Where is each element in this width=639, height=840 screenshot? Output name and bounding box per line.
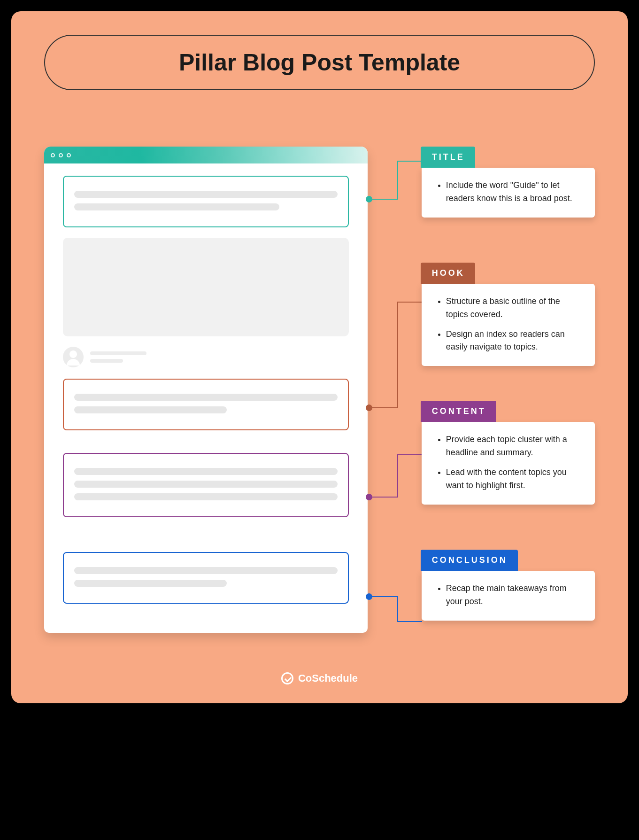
- connector-line: [397, 302, 398, 408]
- callout-column: TITLE Include the word "Guide" to let re…: [422, 147, 595, 639]
- placeholder-line: [90, 359, 123, 363]
- browser-mock: [44, 147, 368, 633]
- wire-image-placeholder: [63, 238, 349, 336]
- callout-card: Recap the main takeaways from your post.: [422, 571, 595, 621]
- wire-hook-box: [63, 379, 349, 430]
- callout-card: Provide each topic cluster with a headli…: [422, 422, 595, 505]
- callout-title: TITLE Include the word "Guide" to let re…: [422, 147, 595, 218]
- window-dot-icon: [59, 153, 63, 157]
- section-tag: HOOK: [421, 263, 475, 284]
- connector-line: [369, 199, 397, 200]
- connector-line: [369, 596, 397, 597]
- bullet: Provide each topic cluster with a headli…: [446, 433, 583, 459]
- section-tag: CONCLUSION: [421, 550, 518, 571]
- browser-column: [44, 147, 368, 633]
- wire-conclusion-box: [63, 552, 349, 604]
- placeholder-line: [74, 580, 227, 587]
- window-dot-icon: [51, 153, 55, 157]
- connector-line: [369, 497, 397, 498]
- footer-brand: CoSchedule: [44, 672, 595, 684]
- placeholder-line: [74, 481, 338, 488]
- connector-line: [397, 161, 422, 162]
- placeholder-line: [74, 406, 227, 413]
- connector-line: [397, 454, 398, 498]
- page-title-pill: Pillar Blog Post Template: [44, 35, 595, 90]
- section-tag: TITLE: [421, 147, 475, 168]
- connector-line: [369, 407, 397, 408]
- connector-line: [397, 596, 398, 621]
- page-title: Pillar Blog Post Template: [69, 49, 570, 76]
- bullet: Recap the main takeaways from your post.: [446, 582, 583, 608]
- infographic-frame: Pillar Blog Post Template: [11, 11, 628, 703]
- bullet: Structure a basic outline of the topics …: [446, 295, 583, 321]
- brand-name: CoSchedule: [298, 672, 358, 684]
- wire-title-box: [63, 176, 349, 227]
- placeholder-line: [74, 394, 338, 401]
- main-layout: TITLE Include the word "Guide" to let re…: [44, 147, 595, 639]
- connector-line: [397, 161, 398, 200]
- avatar-icon: [63, 347, 84, 367]
- author-lines: [90, 351, 146, 363]
- callout-conclusion: CONCLUSION Recap the main takeaways from…: [422, 550, 595, 621]
- wire-author-row: [63, 347, 349, 367]
- window-dot-icon: [67, 153, 71, 157]
- bullet: Lead with the content topics you want to…: [446, 466, 583, 492]
- section-tag: CONTENT: [421, 401, 496, 422]
- bullet: Design an index so readers can easily na…: [446, 328, 583, 354]
- placeholder-line: [74, 191, 338, 198]
- placeholder-line: [74, 567, 338, 574]
- placeholder-line: [90, 351, 146, 355]
- connector-line: [397, 454, 422, 455]
- callout-card: Include the word "Guide" to let readers …: [422, 168, 595, 218]
- placeholder-line: [74, 493, 338, 500]
- browser-titlebar: [44, 147, 368, 163]
- callout-content: CONTENT Provide each topic cluster with …: [422, 401, 595, 505]
- placeholder-line: [74, 203, 279, 210]
- bullet: Include the word "Guide" to let readers …: [446, 179, 583, 205]
- browser-body: [44, 163, 368, 633]
- connector-line: [397, 302, 422, 303]
- callout-hook: HOOK Structure a basic outline of the to…: [422, 263, 595, 366]
- placeholder-line: [74, 468, 338, 475]
- brand-check-icon: [281, 672, 293, 684]
- callout-card: Structure a basic outline of the topics …: [422, 284, 595, 366]
- wire-content-box: [63, 453, 349, 517]
- connector-line: [397, 621, 422, 622]
